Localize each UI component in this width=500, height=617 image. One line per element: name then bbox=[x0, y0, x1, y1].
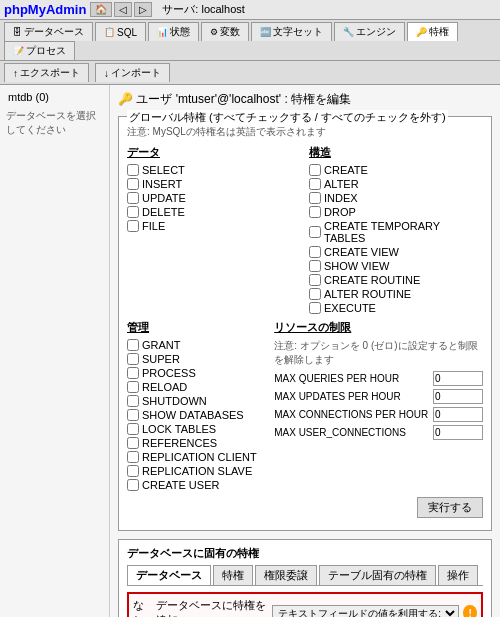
main-tab-bar: 🗄データベース 📋SQL 📊状態 ⚙変数 🔤文字セット 🔧エンジン 🔑特権 📝プ… bbox=[0, 20, 500, 61]
resource-queries-label: MAX QUERIES PER HOUR bbox=[274, 373, 433, 384]
cb-select: SELECT bbox=[127, 164, 301, 176]
tab-database[interactable]: 🗄データベース bbox=[4, 22, 93, 41]
info-icon: ! bbox=[463, 605, 477, 617]
nav-icons: 🏠 ◁ ▷ bbox=[90, 2, 152, 17]
content-area: 🔑 ユーザ 'mtuser'@'localhost' : 特権を編集 グローバル… bbox=[110, 85, 500, 617]
page-title-icon: 🔑 bbox=[118, 92, 133, 106]
cb-show-view: SHOW VIEW bbox=[309, 260, 483, 272]
resource-limits-title: リソースの制限 bbox=[274, 320, 483, 335]
resource-user-connections-input[interactable] bbox=[433, 425, 483, 440]
db-add-select[interactable]: テキストフィールドの値を利用する: bbox=[272, 605, 459, 618]
checkbox-index[interactable] bbox=[309, 192, 321, 204]
resource-connections-label: MAX CONNECTIONS PER HOUR bbox=[274, 409, 433, 420]
checkbox-create-view[interactable] bbox=[309, 246, 321, 258]
checkbox-file[interactable] bbox=[127, 220, 139, 232]
db-tab-privileges[interactable]: 特権 bbox=[213, 565, 253, 585]
checkbox-shutdown[interactable] bbox=[127, 395, 139, 407]
checkbox-execute[interactable] bbox=[309, 302, 321, 314]
checkbox-process[interactable] bbox=[127, 367, 139, 379]
db-tab-table-privileges[interactable]: テーブル固有の特権 bbox=[319, 565, 436, 585]
nav-forward-button[interactable]: ▷ bbox=[134, 2, 152, 17]
checkbox-replication-slave[interactable] bbox=[127, 465, 139, 477]
cb-drop: DROP bbox=[309, 206, 483, 218]
checkbox-create-user[interactable] bbox=[127, 479, 139, 491]
checkbox-reload[interactable] bbox=[127, 381, 139, 393]
tab-status[interactable]: 📊状態 bbox=[148, 22, 199, 41]
tab-sql[interactable]: 📋SQL bbox=[95, 22, 146, 41]
checkbox-create[interactable] bbox=[309, 164, 321, 176]
sidebar-db-mtdb[interactable]: mtdb (0) bbox=[4, 89, 105, 105]
cb-super: SUPER bbox=[127, 353, 266, 365]
tab-import[interactable]: ↓ インポート bbox=[95, 63, 170, 82]
resource-queries-input[interactable] bbox=[433, 371, 483, 386]
resource-row-updates: MAX UPDATES PER HOUR bbox=[274, 389, 483, 404]
global-privileges-label: グローバル特権 (すべてチェックする / すべてのチェックを外す) bbox=[127, 110, 448, 125]
checkbox-show-databases[interactable] bbox=[127, 409, 139, 421]
cb-create-temp: CREATE TEMPORARY TABLES bbox=[309, 220, 483, 244]
cb-delete: DELETE bbox=[127, 206, 301, 218]
data-column-title: データ bbox=[127, 145, 301, 160]
checkbox-drop[interactable] bbox=[309, 206, 321, 218]
checkbox-alter[interactable] bbox=[309, 178, 321, 190]
admin-column: 管理 GRANT SUPER PROCESS bbox=[127, 320, 266, 493]
checkbox-insert[interactable] bbox=[127, 178, 139, 190]
cb-shutdown: SHUTDOWN bbox=[127, 395, 266, 407]
checkbox-update[interactable] bbox=[127, 192, 139, 204]
tab-charset[interactable]: 🔤文字セット bbox=[251, 22, 332, 41]
tab-process[interactable]: 📝プロセス bbox=[4, 41, 75, 60]
checkbox-create-routine[interactable] bbox=[309, 274, 321, 286]
resource-updates-input[interactable] bbox=[433, 389, 483, 404]
tab-variables[interactable]: ⚙変数 bbox=[201, 22, 249, 41]
top-bar: phpMyAdmin 🏠 ◁ ▷ サーバ: localhost bbox=[0, 0, 500, 20]
cb-create-view: CREATE VIEW bbox=[309, 246, 483, 258]
nav-home-button[interactable]: 🏠 bbox=[90, 2, 112, 17]
resource-limits-column: リソースの制限 注意: オプションを 0 (ゼロ)に設定すると制限を解除します … bbox=[274, 320, 483, 493]
checkbox-alter-routine[interactable] bbox=[309, 288, 321, 300]
admin-resource-section: 管理 GRANT SUPER PROCESS bbox=[127, 320, 483, 493]
main-layout: mtdb (0) データベースを選択してください 🔑 ユーザ 'mtuser'@… bbox=[0, 85, 500, 617]
structure-column: 構造 CREATE ALTER INDEX D bbox=[309, 145, 483, 316]
checkbox-lock-tables[interactable] bbox=[127, 423, 139, 435]
checkbox-select[interactable] bbox=[127, 164, 139, 176]
cb-lock-tables: LOCK TABLES bbox=[127, 423, 266, 435]
db-add-label: データベースに特権を追加 bbox=[156, 598, 269, 617]
cb-show-db: SHOW DATABASES bbox=[127, 409, 266, 421]
cb-create-user: CREATE USER bbox=[127, 479, 266, 491]
cb-alter: ALTER bbox=[309, 178, 483, 190]
page-title: 🔑 ユーザ 'mtuser'@'localhost' : 特権を編集 bbox=[118, 89, 492, 110]
checkbox-replication-client[interactable] bbox=[127, 451, 139, 463]
db-tab-database[interactable]: データベース bbox=[127, 565, 211, 585]
data-column: データ SELECT INSERT UPDATE bbox=[127, 145, 301, 316]
cb-insert: INSERT bbox=[127, 178, 301, 190]
tab-engine[interactable]: 🔧エンジン bbox=[334, 22, 405, 41]
admin-column-title: 管理 bbox=[127, 320, 266, 335]
nav-back-button[interactable]: ◁ bbox=[114, 2, 132, 17]
tab-privileges[interactable]: 🔑特権 bbox=[407, 22, 458, 41]
server-info: サーバ: localhost bbox=[162, 2, 245, 17]
resource-row-connections: MAX CONNECTIONS PER HOUR bbox=[274, 407, 483, 422]
db-tab-operation[interactable]: 操作 bbox=[438, 565, 478, 585]
cb-index: INDEX bbox=[309, 192, 483, 204]
db-specific-section: データベースに固有の特権 データベース 特権 権限委譲 テーブル固有の特権 操作… bbox=[118, 539, 492, 617]
cb-references: REFERENCES bbox=[127, 437, 266, 449]
checkbox-super[interactable] bbox=[127, 353, 139, 365]
sidebar-select-message: データベースを選択してください bbox=[4, 105, 105, 141]
cb-file: FILE bbox=[127, 220, 301, 232]
cb-reload: RELOAD bbox=[127, 381, 266, 393]
db-add-none-label: なし bbox=[133, 598, 152, 617]
db-tab-delegation[interactable]: 権限委譲 bbox=[255, 565, 317, 585]
checkbox-delete[interactable] bbox=[127, 206, 139, 218]
checkbox-show-view[interactable] bbox=[309, 260, 321, 272]
checkbox-create-temp[interactable] bbox=[309, 226, 321, 238]
execute-button-1[interactable]: 実行する bbox=[417, 497, 483, 518]
tab-export[interactable]: ↑ エクスポート bbox=[4, 63, 89, 82]
cb-create: CREATE bbox=[309, 164, 483, 176]
structure-column-title: 構造 bbox=[309, 145, 483, 160]
checkbox-grant[interactable] bbox=[127, 339, 139, 351]
cb-grant: GRANT bbox=[127, 339, 266, 351]
checkbox-references[interactable] bbox=[127, 437, 139, 449]
resource-connections-input[interactable] bbox=[433, 407, 483, 422]
cb-update: UPDATE bbox=[127, 192, 301, 204]
db-add-privilege-row: なし データベースに特権を追加 テキストフィールドの値を利用する: ! bbox=[127, 592, 483, 617]
cb-create-routine: CREATE ROUTINE bbox=[309, 274, 483, 286]
